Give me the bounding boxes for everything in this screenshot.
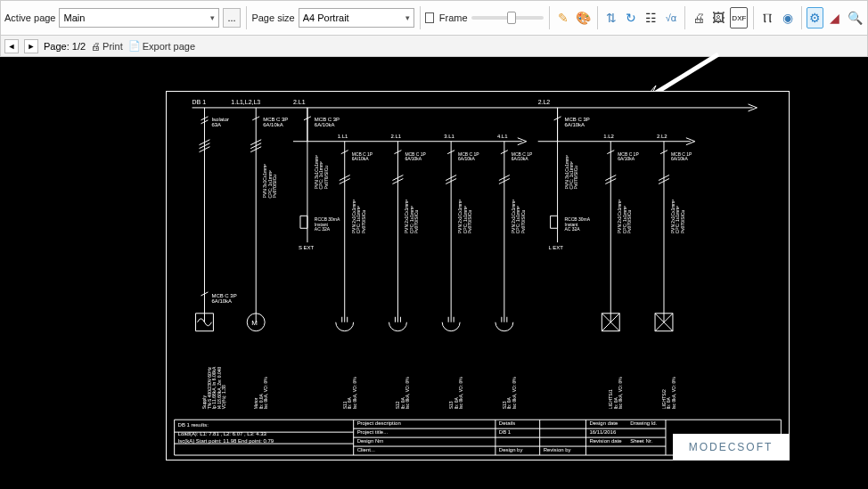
svg-text:PVN 2x1Cx1mm²CPC: 1x1mm²Pv070/: PVN 2x1Cx1mm²CPC: 1x1mm²Pv070/SICu (352, 200, 366, 234)
svg-text:MCB C 1P6A/10kA: MCB C 1P6A/10kA (618, 152, 639, 161)
svg-text:PVN 3x1Cx1mm²CPC: 1x1mm²Pv070/: PVN 3x1Cx1mm²CPC: 1x1mm²Pv070/SICu (565, 155, 579, 190)
svg-text:Design Nm: Design Nm (357, 438, 384, 444)
light-branches: 1.L2 MCB C 1P6A/10kA PVN 2x1Cx1mm²CPC: 1… (602, 134, 692, 331)
svg-text:4.L1: 4.L1 (497, 134, 508, 139)
search-icon[interactable]: 🔍 (847, 7, 864, 29)
svg-text:Revision date: Revision date (589, 438, 622, 444)
settings-sliders-icon[interactable]: ⇅ (603, 7, 619, 29)
svg-text:MCB C 3P6A/10kA: MCB C 3P6A/10kA (315, 117, 340, 128)
svg-text:Load(A): L1: 7.81 , L2: 6.07 ,: Load(A): L1: 7.81 , L2: 6.07 , L3: 4.33 (178, 431, 267, 436)
svg-text:PVN 2x1Cx1mm²CPC: 1x1mm²Pv070/: PVN 2x1Cx1mm²CPC: 1x1mm²Pv070/SICu (671, 200, 685, 234)
svg-text:Details: Details (499, 420, 515, 426)
active-page-more-button[interactable]: ... (223, 8, 240, 28)
schematic-svg: DB 1 1.L1,L2,L3 2.L1 2.L2 Isolator63A PV… (167, 92, 789, 460)
svg-text:2.L1: 2.L1 (390, 134, 401, 139)
svg-text:2.L2: 2.L2 (538, 99, 551, 105)
svg-text:16/11/2016: 16/11/2016 (589, 429, 617, 435)
shapes-icon[interactable]: ◉ (779, 7, 795, 29)
svg-text:DB 1 results:: DB 1 results: (178, 422, 209, 428)
svg-text:MCB C 1P6A/10kA: MCB C 1P6A/10kA (512, 152, 533, 161)
sext-branch: MCB C 3P6A/10kA PVN 3x1Cx1mm²CPC: 1x1mm²… (299, 108, 340, 250)
page-info-label: Page: 1/2 (44, 41, 86, 52)
svg-text:MCB C 3P6A/10kA: MCB C 3P6A/10kA (263, 117, 288, 128)
svg-text:L EXT: L EXT (549, 245, 564, 250)
svg-text:RCCB 30mAInstantAC 32A: RCCB 30mAInstantAC 32A (565, 217, 591, 232)
toolbar-separator (420, 6, 421, 29)
svg-text:MCB C 1P6A/10kA: MCB C 1P6A/10kA (352, 152, 373, 161)
svg-text:DB 1: DB 1 (192, 99, 207, 105)
svg-text:Design by: Design by (499, 447, 523, 452)
slider-thumb[interactable] (507, 12, 516, 24)
supply-branch: Isolator63A PVN 4x1Cx1mm²CPC: 1x1mm²Pv07… (167, 92, 237, 331)
svg-rect-75 (551, 216, 558, 228)
svg-text:M: M (251, 319, 258, 327)
svg-text:MCB C 3P6A/10kA: MCB C 3P6A/10kA (565, 117, 590, 128)
svg-text:PVN 3x1Cx1mm²CPC: 1x1mm²Pv070/: PVN 3x1Cx1mm²CPC: 1x1mm²Pv070/SICu (263, 164, 277, 199)
toolbar-separator (753, 6, 754, 29)
frame-label: Frame (439, 12, 468, 23)
svg-text:2.L1: 2.L1 (293, 99, 306, 105)
toolbar-separator (549, 6, 550, 29)
svg-text:S12Ib: 0AIsc 0kA, VD: 0%: S12Ib: 0AIsc 0kA, VD: 0% (396, 377, 410, 409)
active-page-dropdown[interactable]: Main ▾ (59, 8, 219, 28)
toolbar-separator (597, 6, 598, 29)
refresh-icon[interactable]: ↻ (623, 7, 639, 29)
active-page-value: Main (63, 12, 85, 23)
prev-page-button[interactable]: ◄ (4, 39, 19, 53)
page-toolbar: ◄ ► Page: 1/2 🖨Print 📄Export page (0, 36, 868, 57)
svg-text:Project description: Project description (357, 420, 401, 426)
bottom-labels: SupplyTN-S 400/230V 60HzIp 11.66kA, In 6… (202, 366, 676, 409)
tool-a-icon[interactable]: Ⲡ (759, 7, 775, 29)
svg-text:MCB C 1P6A/10kA: MCB C 1P6A/10kA (671, 152, 692, 161)
svg-text:S13Ib: 0AIsc 0kA, VD: 0%: S13Ib: 0AIsc 0kA, VD: 0% (449, 377, 463, 409)
next-page-button[interactable]: ► (24, 39, 38, 53)
toolbar-separator (246, 6, 247, 29)
svg-text:SupplyTN-S 400/230V 60HzIp 11.: SupplyTN-S 400/230V 60HzIp 11.66kA, In 6… (202, 366, 226, 409)
print-button[interactable]: 🖨Print (91, 41, 123, 52)
svg-text:PVN 2x1Cx1mm²CPC: 1x1mm²Pv070/: PVN 2x1Cx1mm²CPC: 1x1mm²Pv070/SICu (458, 200, 472, 234)
formula-icon[interactable]: √α (663, 7, 679, 29)
schematic-canvas[interactable]: DB 1 1.L1,L2,L3 2.L1 2.L2 Isolator63A PV… (0, 57, 868, 489)
svg-text:Project title...: Project title... (357, 429, 389, 435)
svg-text:S13Ib: 0AIsc 0kA, VD: 0%: S13Ib: 0AIsc 0kA, VD: 0% (503, 377, 517, 409)
svg-text:2.L2: 2.L2 (657, 134, 667, 139)
svg-text:Isolator63A: Isolator63A (211, 117, 229, 128)
printer-icon[interactable]: 🖨 (691, 7, 707, 29)
export-icon: 📄 (128, 40, 141, 52)
puzzle-icon[interactable]: ⚙ (807, 7, 823, 29)
dxf-export-icon[interactable]: DXF (730, 7, 748, 29)
svg-text:MotorIb: 0.0AIsc 0kA, VD: 0%: MotorIb: 0.0AIsc 0kA, VD: 0% (254, 377, 268, 409)
motor-branch: MCB C 3P6A/10kA PVN 3x1Cx1mm²CPC: 1x1mm²… (247, 108, 288, 331)
active-page-label: Active page (4, 12, 55, 23)
svg-text:Sheet Nr.: Sheet Nr. (630, 438, 652, 444)
zoom-slider[interactable] (471, 16, 544, 20)
svg-text:Revision by: Revision by (544, 447, 571, 452)
pencil-icon[interactable]: ✎ (555, 7, 571, 29)
svg-text:PVN 3x1Cx1mm²CPC: 1x1mm²Pv070/: PVN 3x1Cx1mm²CPC: 1x1mm²Pv070/SICu (315, 155, 329, 190)
main-toolbar: Active page Main ▾ ... Page size A4 Port… (0, 0, 868, 36)
page-size-dropdown[interactable]: A4 Portrait ▾ (299, 8, 414, 28)
printer-icon: 🖨 (91, 41, 101, 52)
svg-text:MCB C 3P6A/10kA: MCB C 3P6A/10kA (211, 293, 236, 305)
frame-checkbox[interactable] (425, 12, 433, 23)
export-page-button[interactable]: 📄Export page (128, 40, 195, 52)
drawing-page: DB 1 1.L1,L2,L3 2.L1 2.L2 Isolator63A PV… (166, 91, 790, 460)
svg-text:S EXT: S EXT (299, 245, 315, 250)
svg-text:Client...: Client... (357, 447, 376, 452)
svg-text:1.L1,L2,L3: 1.L1,L2,L3 (231, 99, 260, 105)
palette-icon[interactable]: 🎨 (575, 7, 592, 29)
pi-network-icon[interactable]: ☷ (643, 7, 659, 29)
svg-text:LIGHTS/2Ib: 0AIsc 0kA, VD: 0%: LIGHTS/2Ib: 0AIsc 0kA, VD: 0% (662, 377, 676, 409)
svg-text:MCB C 1P6A/10kA: MCB C 1P6A/10kA (458, 152, 479, 161)
export-image-icon[interactable]: 🖼 (710, 7, 726, 29)
page-size-label: Page size (251, 12, 294, 23)
svg-text:RCCB 30mAInstantAC 32A: RCCB 30mAInstantAC 32A (315, 217, 340, 232)
svg-text:Design date: Design date (589, 420, 618, 426)
socket-branches: 1.L1 MCB C 1P6A/10kA PVN 2x1Cx1mm²CPC: 1… (336, 134, 533, 331)
svg-text:PVN 2x1Cx1mm²CPC: 1x1mm²Pv070/: PVN 2x1Cx1mm²CPC: 1x1mm²Pv070/SICu (405, 200, 419, 234)
page-size-value: A4 Portrait (303, 12, 349, 23)
svg-text:DB 1: DB 1 (499, 429, 512, 435)
svg-text:PVN 2x1Cx1mm²CPC: 1x1mm²Pv070/: PVN 2x1Cx1mm²CPC: 1x1mm²Pv070/SICu (512, 200, 526, 234)
svg-text:3.L1: 3.L1 (444, 134, 454, 139)
eraser-icon[interactable]: ◢ (827, 7, 843, 29)
